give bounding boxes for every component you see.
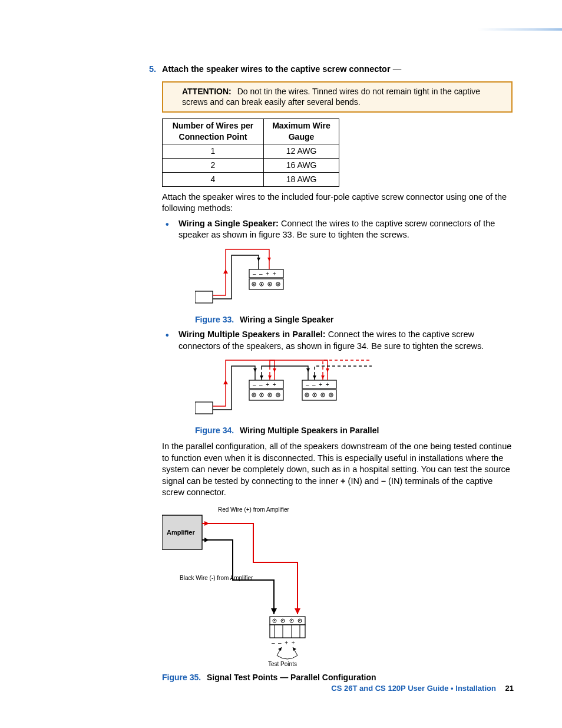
fig34-title: Wiring Multiple Speakers in Parallel bbox=[240, 426, 379, 435]
bullet-label: Wiring a Single Speaker: bbox=[178, 219, 279, 228]
fig33-title: Wiring a Single Speaker bbox=[240, 315, 333, 324]
table-header-row: Number of Wires per Connection Point Max… bbox=[163, 119, 339, 144]
svg-marker-58 bbox=[204, 521, 209, 526]
svg-text:–  –  +  +: – – + + bbox=[253, 271, 276, 277]
table-row: 1 12 AWG bbox=[163, 144, 339, 159]
para2-b2: – bbox=[381, 476, 386, 486]
svg-point-31 bbox=[277, 394, 279, 396]
svg-marker-35 bbox=[260, 375, 263, 379]
fig35-caption: Figure 35. Signal Test Points — Parallel… bbox=[162, 672, 513, 683]
svg-point-48 bbox=[322, 394, 323, 396]
table-cell: 16 AWG bbox=[264, 159, 339, 173]
figure-35: Amplifier Red Wire (+) from Amplifier Bl… bbox=[162, 503, 513, 683]
fig34-label: Figure 34. bbox=[195, 426, 234, 435]
table-cell: 1 bbox=[163, 144, 264, 159]
table-row: 2 16 AWG bbox=[163, 159, 339, 173]
fig35-diagram: Amplifier Red Wire (+) from Amplifier Bl… bbox=[162, 503, 339, 668]
table-cell: 2 bbox=[163, 159, 264, 173]
fig33-caption: Figure 33. Wiring a Single Speaker bbox=[195, 314, 513, 325]
fig35-title: Signal Test Points — Parallel Configurat… bbox=[207, 673, 376, 682]
fig35-label: Figure 35. bbox=[162, 673, 201, 682]
svg-rect-0 bbox=[195, 291, 213, 303]
paragraph-parallel-info: In the parallel configuration, all of th… bbox=[162, 441, 513, 499]
svg-point-12 bbox=[269, 284, 270, 285]
svg-point-10 bbox=[261, 284, 262, 285]
attention-callout: ATTENTION: Do not tin the wires. Tinned … bbox=[162, 81, 513, 113]
bullet-single-speaker: Wiring a Single Speaker: Connect the wir… bbox=[162, 218, 513, 325]
svg-point-46 bbox=[314, 394, 315, 396]
para2-b1: + bbox=[340, 476, 345, 486]
svg-marker-38 bbox=[326, 368, 329, 372]
svg-point-8 bbox=[253, 284, 254, 285]
svg-marker-59 bbox=[295, 608, 300, 614]
page-footer: CS 26T and CS 120P User Guide • Installa… bbox=[331, 683, 514, 694]
attention-label: ATTENTION: bbox=[182, 87, 232, 96]
svg-marker-37 bbox=[268, 375, 272, 379]
para2-t2: (IN) and bbox=[346, 476, 381, 486]
svg-marker-56 bbox=[321, 375, 325, 379]
step-5: 5. Attach the speaker wires to the capti… bbox=[162, 64, 513, 187]
fig33-diagram: – – + + bbox=[195, 246, 295, 311]
footer-text: CS 26T and CS 120P User Guide • Installa… bbox=[331, 684, 496, 693]
figure-33: – – + + Figure 33. Wiring a Single Speak… bbox=[195, 246, 513, 325]
table-cell: 18 AWG bbox=[264, 172, 339, 186]
svg-marker-1 bbox=[267, 258, 271, 261]
step-dash: — bbox=[393, 64, 402, 74]
svg-marker-19 bbox=[223, 380, 228, 384]
svg-marker-61 bbox=[271, 608, 277, 614]
step-title: Attach the speaker wires to the captive … bbox=[162, 64, 391, 74]
svg-point-68 bbox=[291, 620, 292, 621]
page-content: 5. Attach the speaker wires to the capti… bbox=[162, 64, 513, 683]
test-points-label: Test Points bbox=[268, 661, 297, 667]
svg-marker-18 bbox=[273, 368, 276, 372]
table-row: 4 18 AWG bbox=[163, 172, 339, 186]
black-wire-label: Black Wire (-) from Amplifier bbox=[180, 575, 253, 581]
bullet-label: Wiring Multiple Speakers in Parallel: bbox=[178, 330, 326, 339]
fig33-label: Figure 33. bbox=[195, 315, 234, 324]
table-cell: 12 AWG bbox=[264, 144, 339, 159]
top-gradient-bar bbox=[0, 28, 562, 31]
svg-text:–  –  +  +: – – + + bbox=[272, 640, 295, 646]
svg-text:–  –  +  +: – – + + bbox=[253, 381, 276, 388]
svg-point-50 bbox=[330, 394, 332, 396]
svg-point-25 bbox=[253, 394, 254, 396]
wire-gauge-table: Number of Wires per Connection Point Max… bbox=[162, 118, 339, 186]
svg-point-27 bbox=[261, 394, 262, 396]
fig34-caption: Figure 34. Wiring Multiple Speakers in P… bbox=[195, 425, 513, 436]
svg-marker-3 bbox=[257, 258, 260, 261]
amplifier-label: Amplifier bbox=[167, 529, 195, 536]
red-wire-label: Red Wire (+) from Amplifier bbox=[218, 506, 290, 513]
paragraph-methods: Attach the speaker wires to the included… bbox=[162, 192, 513, 215]
footer-page: 21 bbox=[505, 684, 514, 693]
svg-marker-54 bbox=[313, 375, 316, 379]
svg-marker-20 bbox=[253, 368, 257, 372]
table-cell: 4 bbox=[163, 172, 264, 186]
bullet-parallel-speakers: Wiring Multiple Speakers in Parallel: Co… bbox=[162, 329, 513, 436]
svg-point-14 bbox=[277, 284, 279, 285]
svg-point-70 bbox=[299, 620, 300, 621]
fig34-diagram: – – + + bbox=[195, 357, 395, 421]
svg-point-44 bbox=[306, 394, 308, 396]
svg-marker-39 bbox=[306, 368, 310, 372]
svg-rect-17 bbox=[195, 402, 213, 414]
svg-text:–  –  +  +: – – + + bbox=[306, 381, 329, 388]
figure-34: – – + + bbox=[195, 357, 513, 436]
svg-point-64 bbox=[274, 620, 275, 621]
table-header-2: Maximum Wire Gauge bbox=[264, 119, 339, 144]
svg-point-66 bbox=[282, 620, 283, 621]
step-number: 5. bbox=[149, 64, 156, 75]
table-header-1: Number of Wires per Connection Point bbox=[163, 119, 264, 144]
svg-marker-2 bbox=[223, 269, 228, 274]
svg-marker-60 bbox=[204, 538, 209, 542]
svg-point-29 bbox=[269, 394, 270, 396]
